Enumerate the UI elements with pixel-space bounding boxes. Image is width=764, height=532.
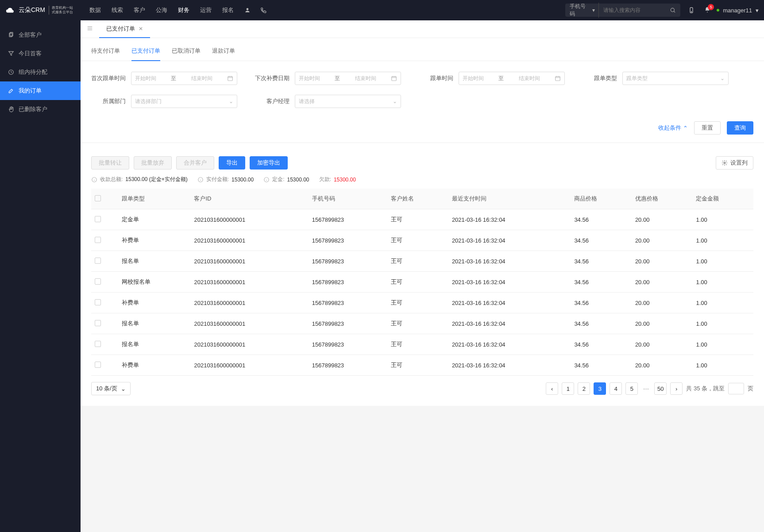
- pagination-total: 共 35 条，跳至: [686, 385, 725, 393]
- cell-customer-id: 2021031600000001: [190, 334, 308, 355]
- row-checkbox[interactable]: [95, 278, 101, 285]
- nav-item[interactable]: 财务: [178, 6, 189, 14]
- user-icon[interactable]: [244, 7, 251, 13]
- first-follow-date-range[interactable]: 开始时间 至 结束时间: [131, 72, 237, 85]
- filter-first-follow-time: 首次跟单时间 开始时间 至 结束时间: [91, 72, 237, 85]
- table-header: 最近支付时间: [448, 189, 571, 209]
- cloud-logo-icon: [5, 5, 15, 15]
- tab-paid-orders[interactable]: 已支付订单 ✕: [99, 20, 150, 38]
- cell-price: 34.56: [571, 272, 632, 293]
- cell-type: 补费单: [118, 293, 191, 313]
- mobile-icon[interactable]: [688, 7, 695, 13]
- sidebar-item[interactable]: 组内待分配: [0, 63, 81, 81]
- phone-icon[interactable]: [260, 7, 266, 13]
- row-checkbox[interactable]: [95, 299, 101, 305]
- follow-time-date-range[interactable]: 开始时间 至 结束时间: [459, 72, 565, 85]
- sidebar-item[interactable]: 已删除客户: [0, 100, 81, 119]
- ellipsis-icon: ⋯: [641, 386, 651, 392]
- jump-page-input[interactable]: [728, 383, 744, 394]
- cell-name: 王可: [387, 313, 448, 334]
- table-row[interactable]: 网校报名单20210316000000011567899823王可2021-03…: [91, 272, 753, 293]
- sidebar-item[interactable]: 今日首客: [0, 44, 81, 63]
- edit-icon: [8, 88, 14, 94]
- nav-item[interactable]: 报名: [222, 6, 234, 14]
- filter-follow-type: 跟单类型 跟单类型 ⌄: [583, 72, 729, 85]
- merge-customer-button[interactable]: 合并客户: [176, 156, 214, 170]
- search-icon[interactable]: [670, 7, 676, 13]
- search-input[interactable]: [599, 7, 670, 13]
- cell-deposit: 1.00: [692, 209, 753, 230]
- sidebar-item[interactable]: 全部客户: [0, 26, 81, 44]
- sidebar-item[interactable]: 我的订单: [0, 81, 81, 100]
- cell-deposit: 1.00: [692, 272, 753, 293]
- table-row[interactable]: 补费单20210316000000011567899823王可2021-03-1…: [91, 355, 753, 376]
- row-checkbox[interactable]: [95, 258, 101, 264]
- header-right-icons: 5: [688, 7, 710, 14]
- cell-pay-time: 2021-03-16 16:32:04: [448, 293, 571, 313]
- nav-item[interactable]: 运营: [200, 6, 212, 14]
- reset-button[interactable]: 重置: [694, 121, 721, 135]
- logo[interactable]: 云朵CRM 教育机构一站 式服务云平台: [5, 5, 81, 15]
- batch-transfer-button[interactable]: 批量转让: [91, 156, 129, 170]
- row-checkbox[interactable]: [95, 362, 101, 368]
- chevron-down-icon: ⌄: [121, 386, 126, 392]
- batch-abandon-button[interactable]: 批量放弃: [134, 156, 172, 170]
- table-row[interactable]: 报名单20210316000000011567899823王可2021-03-1…: [91, 251, 753, 272]
- sidebar-item-label: 组内待分配: [19, 68, 47, 76]
- cell-type: 补费单: [118, 355, 191, 376]
- table-row[interactable]: 定金单20210316000000011567899823王可2021-03-1…: [91, 209, 753, 230]
- cell-deposit: 1.00: [692, 230, 753, 251]
- menu-toggle-icon[interactable]: [81, 25, 99, 33]
- next-page-button[interactable]: ›: [670, 382, 683, 395]
- sub-tab[interactable]: 已支付订单: [131, 47, 160, 61]
- close-icon[interactable]: ✕: [139, 26, 143, 32]
- logo-subtitle: 教育机构一站 式服务云平台: [49, 6, 73, 14]
- cell-type: 定金单: [118, 209, 191, 230]
- follow-type-select[interactable]: 跟单类型 ⌄: [622, 72, 729, 85]
- collapse-filters-link[interactable]: 收起条件 ⌃: [658, 124, 688, 132]
- nav-item[interactable]: 数据: [89, 6, 101, 14]
- set-columns-button[interactable]: 设置列: [716, 156, 753, 170]
- row-checkbox[interactable]: [95, 341, 101, 347]
- user-menu[interactable]: manager11 ▾: [717, 7, 759, 14]
- page-number[interactable]: 2: [578, 382, 590, 395]
- last-page-number[interactable]: 50: [654, 382, 667, 395]
- table-row[interactable]: 报名单20210316000000011567899823王可2021-03-1…: [91, 313, 753, 334]
- notifications-bell[interactable]: 5: [704, 7, 710, 14]
- nav-item[interactable]: 客户: [134, 6, 145, 14]
- row-checkbox[interactable]: [95, 216, 101, 222]
- page-number[interactable]: 4: [610, 382, 622, 395]
- next-renewal-date-range[interactable]: 开始时间 至 结束时间: [295, 72, 401, 85]
- calendar-icon: [391, 75, 397, 81]
- export-button[interactable]: 导出: [219, 156, 245, 170]
- prev-page-button[interactable]: ‹: [546, 382, 558, 395]
- cell-discount: 20.00: [632, 251, 693, 272]
- page-number[interactable]: 1: [562, 382, 574, 395]
- table-header: 优惠价格: [632, 189, 693, 209]
- cell-discount: 20.00: [632, 355, 693, 376]
- cell-discount: 20.00: [632, 209, 693, 230]
- summary-stats: 收款总额: 15300.00 (定金+实付金额) 实付金额: 15300.00 …: [81, 173, 764, 189]
- page-size-select[interactable]: 10 条/页 ⌄: [91, 382, 131, 395]
- select-all-checkbox[interactable]: [95, 195, 101, 201]
- global-search[interactable]: 手机号码 ▾: [565, 4, 680, 17]
- department-select[interactable]: 请选择部门 ⌄: [131, 95, 237, 108]
- table-row[interactable]: 补费单20210316000000011567899823王可2021-03-1…: [91, 293, 753, 313]
- table-row[interactable]: 补费单20210316000000011567899823王可2021-03-1…: [91, 230, 753, 251]
- nav-item[interactable]: 线索: [112, 6, 123, 14]
- row-checkbox[interactable]: [95, 320, 101, 326]
- query-button[interactable]: 查询: [727, 121, 753, 135]
- account-manager-select[interactable]: 请选择 ⌄: [295, 95, 401, 108]
- username: manager11: [723, 7, 752, 14]
- nav-item[interactable]: 公海: [156, 6, 167, 14]
- sub-tab[interactable]: 已取消订单: [172, 47, 201, 61]
- sub-tab[interactable]: 待支付订单: [91, 47, 120, 61]
- page-number[interactable]: 3: [594, 382, 606, 395]
- sub-tab[interactable]: 退款订单: [212, 47, 235, 61]
- row-checkbox[interactable]: [95, 237, 101, 243]
- encrypt-export-button[interactable]: 加密导出: [250, 156, 288, 170]
- search-category-select[interactable]: 手机号码 ▾: [570, 3, 599, 18]
- svg-rect-7: [228, 77, 233, 81]
- page-number[interactable]: 5: [625, 382, 638, 395]
- table-row[interactable]: 报名单20210316000000011567899823王可2021-03-1…: [91, 334, 753, 355]
